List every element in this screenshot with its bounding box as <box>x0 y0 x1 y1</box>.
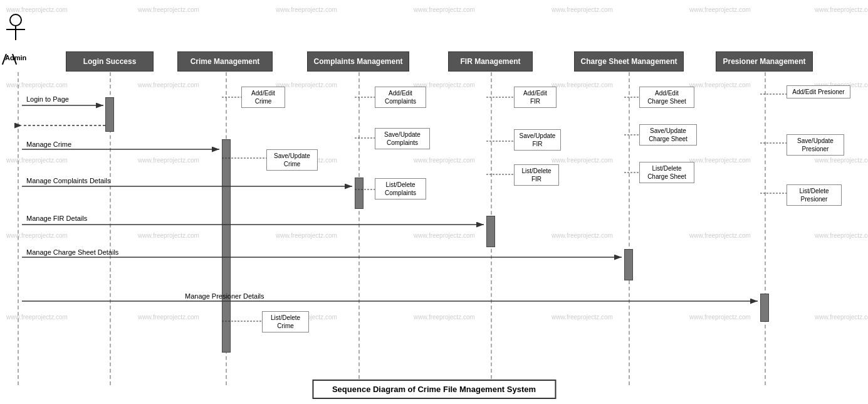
lifeline-fir: FIR Management <box>448 51 533 72</box>
lifeline-crime: Crime Management <box>177 51 273 72</box>
actor-body <box>15 26 16 40</box>
watermark: www.freeprojectz.com <box>138 232 199 239</box>
lifeline-line-complaints <box>358 72 360 385</box>
action-list-delete-crime: List/DeleteCrime <box>262 311 309 332</box>
watermark: www.freeprojectz.com <box>6 314 68 321</box>
watermark: www.freeprojectz.com <box>276 6 337 13</box>
action-list-delete-presioner: List/DeletePresioner <box>787 184 842 206</box>
watermark: www.freeprojectz.com <box>689 157 751 164</box>
watermark: www.freeprojectz.com <box>815 157 868 164</box>
lifeline-line-presioner <box>765 72 766 385</box>
watermark: www.freeprojectz.com <box>815 232 868 239</box>
watermark: www.freeprojectz.com <box>552 6 613 13</box>
action-add-edit-presioner: Add/Edit Presioner <box>787 85 850 98</box>
watermark: www.freeprojectz.com <box>138 314 199 321</box>
msg-manage-crime: Manage Crime <box>26 141 71 148</box>
activation-bar-complaints <box>355 178 363 209</box>
activation-bar-charge <box>624 249 633 280</box>
action-save-update-complaints: Save/UpdateComplaints <box>375 128 430 149</box>
watermark: www.freeprojectz.com <box>689 314 751 321</box>
action-add-edit-fir: Add/EditFIR <box>514 87 557 108</box>
footer-title: Sequence Diagram of Crime File Mnagement… <box>312 380 556 399</box>
watermark: www.freeprojectz.com <box>414 232 475 239</box>
lifeline-login: Login Success <box>66 51 154 72</box>
activation-bar-presioner <box>760 294 769 322</box>
action-list-delete-charge: List/DeleteCharge Sheet <box>639 162 694 183</box>
watermark: www.freeprojectz.com <box>6 157 68 164</box>
watermark: www.freeprojectz.com <box>552 82 613 88</box>
msg-manage-complaints: Manage Complaints Details <box>26 177 111 184</box>
actor-admin: Admin <box>5 14 26 61</box>
action-save-update-presioner: Save/UpdatePresioner <box>787 134 844 156</box>
watermark: www.freeprojectz.com <box>6 6 68 13</box>
watermark: www.freeprojectz.com <box>689 6 751 13</box>
watermark: www.freeprojectz.com <box>138 6 199 13</box>
action-add-edit-charge: Add/EditCharge Sheet <box>639 87 694 108</box>
watermark: www.freeprojectz.com <box>414 157 475 164</box>
watermark: www.freeprojectz.com <box>689 82 751 88</box>
action-save-update-charge: Save/UpdateCharge Sheet <box>639 124 697 146</box>
watermark: www.freeprojectz.com <box>552 314 613 321</box>
lifeline-presioner: Presioner Management <box>716 51 813 72</box>
lifeline-complaints: Complaints Management <box>307 51 409 72</box>
msg-login: Login to Page <box>26 95 69 103</box>
watermark: www.freeprojectz.com <box>276 232 337 239</box>
action-add-edit-complaints: Add/EditComplaints <box>375 87 426 108</box>
watermark: www.freeprojectz.com <box>414 314 475 321</box>
watermark: www.freeprojectz.com <box>815 314 868 321</box>
watermark: www.freeprojectz.com <box>552 157 613 164</box>
msg-manage-charge: Manage Charge Sheet Details <box>26 248 118 256</box>
watermark: www.freeprojectz.com <box>6 232 68 239</box>
watermark: www.freeprojectz.com <box>414 6 475 13</box>
activation-bar-crime <box>222 139 231 353</box>
actor-lifeline <box>18 72 19 385</box>
watermark: www.freeprojectz.com <box>138 157 199 164</box>
actor-head <box>9 14 22 26</box>
action-add-edit-crime: Add/EditCrime <box>241 87 285 108</box>
watermark: www.freeprojectz.com <box>815 6 868 13</box>
msg-manage-presioner: Manage Presioner Details <box>185 292 264 300</box>
watermark: www.freeprojectz.com <box>6 82 68 88</box>
actor-arms <box>6 29 25 30</box>
actor-legs <box>9 40 22 53</box>
lifeline-line-charge <box>629 72 630 385</box>
diagram-container: www.freeprojectz.com www.freeprojectz.co… <box>0 0 868 404</box>
action-save-update-crime: Save/UpdateCrime <box>266 149 318 171</box>
watermark: www.freeprojectz.com <box>689 232 751 239</box>
lifeline-charge: Charge Sheet Management <box>574 51 684 72</box>
activation-bar-fir <box>486 216 495 247</box>
action-list-delete-fir: List/DeleteFIR <box>514 164 559 186</box>
msg-manage-fir: Manage FIR Details <box>26 215 87 222</box>
activation-bar-login <box>105 97 114 132</box>
watermark: www.freeprojectz.com <box>552 232 613 239</box>
action-save-update-fir: Save/UpdateFIR <box>514 129 561 151</box>
watermark: www.freeprojectz.com <box>138 82 199 88</box>
action-list-delete-complaints: List/DeleteComplaints <box>375 178 426 199</box>
